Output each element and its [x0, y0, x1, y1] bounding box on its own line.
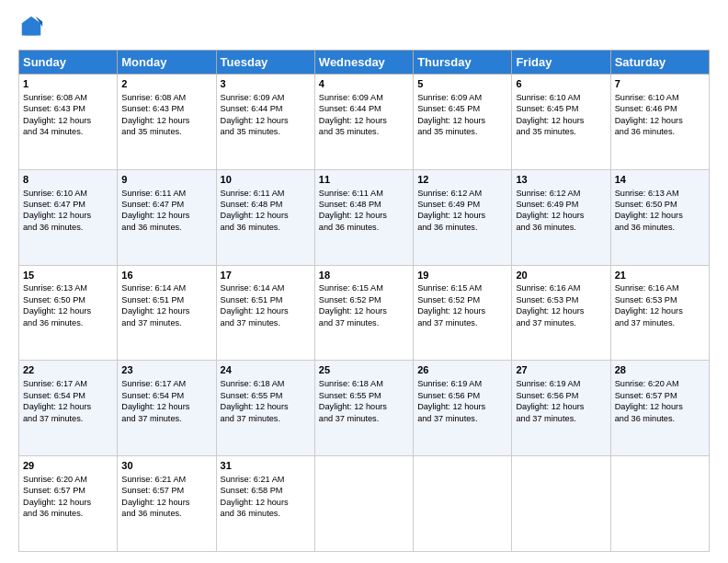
- day-number: 7: [615, 77, 705, 91]
- day-header-tuesday: Tuesday: [216, 51, 314, 75]
- day-header-saturday: Saturday: [610, 51, 709, 75]
- day-number: 31: [221, 459, 311, 473]
- day-number: 30: [121, 459, 211, 473]
- calendar-header-row: SundayMondayTuesdayWednesdayThursdayFrid…: [19, 51, 710, 75]
- calendar-cell: 11Sunrise: 6:11 AMSunset: 6:48 PMDayligh…: [314, 169, 413, 265]
- day-number: 22: [23, 363, 113, 377]
- calendar-cell: 25Sunrise: 6:18 AMSunset: 6:55 PMDayligh…: [314, 361, 413, 456]
- calendar-cell: 15Sunrise: 6:13 AMSunset: 6:50 PMDayligh…: [19, 265, 118, 361]
- day-header-friday: Friday: [512, 51, 610, 75]
- day-number: 26: [417, 363, 507, 377]
- day-number: 27: [516, 363, 606, 377]
- svg-rect-2: [25, 27, 37, 35]
- logo-icon: [18, 15, 44, 40]
- day-number: 1: [23, 77, 113, 91]
- calendar-cell: [414, 456, 512, 552]
- calendar-cell: 16Sunrise: 6:14 AMSunset: 6:51 PMDayligh…: [118, 265, 216, 361]
- page: SundayMondayTuesdayWednesdayThursdayFrid…: [0, 0, 728, 563]
- calendar-cell: 21Sunrise: 6:16 AMSunset: 6:53 PMDayligh…: [610, 265, 709, 361]
- day-number: 20: [516, 269, 606, 282]
- day-header-wednesday: Wednesday: [314, 51, 413, 75]
- calendar-cell: [610, 456, 709, 552]
- calendar-cell: 31Sunrise: 6:21 AMSunset: 6:58 PMDayligh…: [216, 456, 314, 552]
- calendar-cell: 9Sunrise: 6:11 AMSunset: 6:47 PMDaylight…: [118, 169, 216, 265]
- calendar-week-4: 22Sunrise: 6:17 AMSunset: 6:54 PMDayligh…: [19, 361, 710, 456]
- day-number: 16: [121, 269, 211, 282]
- day-number: 6: [516, 77, 606, 91]
- day-number: 11: [319, 173, 409, 187]
- calendar-cell: 28Sunrise: 6:20 AMSunset: 6:57 PMDayligh…: [610, 361, 709, 456]
- day-number: 21: [615, 269, 705, 282]
- calendar-week-1: 1Sunrise: 6:08 AMSunset: 6:43 PMDaylight…: [19, 75, 710, 170]
- day-number: 10: [221, 173, 311, 187]
- calendar-cell: 10Sunrise: 6:11 AMSunset: 6:48 PMDayligh…: [216, 169, 314, 265]
- header: [18, 15, 710, 40]
- day-number: 3: [221, 77, 311, 91]
- day-header-thursday: Thursday: [414, 51, 512, 75]
- day-number: 14: [615, 173, 705, 187]
- calendar-week-2: 8Sunrise: 6:10 AMSunset: 6:47 PMDaylight…: [19, 169, 710, 265]
- calendar-cell: [512, 456, 610, 552]
- calendar-cell: 22Sunrise: 6:17 AMSunset: 6:54 PMDayligh…: [19, 361, 118, 456]
- calendar-cell: 5Sunrise: 6:09 AMSunset: 6:45 PMDaylight…: [414, 75, 512, 170]
- calendar-cell: 1Sunrise: 6:08 AMSunset: 6:43 PMDaylight…: [19, 75, 118, 170]
- calendar-cell: [314, 456, 413, 552]
- calendar-cell: 8Sunrise: 6:10 AMSunset: 6:47 PMDaylight…: [19, 169, 118, 265]
- calendar-cell: 19Sunrise: 6:15 AMSunset: 6:52 PMDayligh…: [414, 265, 512, 361]
- calendar-cell: 30Sunrise: 6:21 AMSunset: 6:57 PMDayligh…: [118, 456, 216, 552]
- day-number: 29: [23, 459, 113, 473]
- day-number: 8: [23, 173, 113, 187]
- calendar-cell: 23Sunrise: 6:17 AMSunset: 6:54 PMDayligh…: [118, 361, 216, 456]
- day-number: 17: [221, 269, 311, 282]
- day-number: 23: [121, 363, 211, 377]
- day-number: 28: [615, 363, 705, 377]
- calendar-cell: 18Sunrise: 6:15 AMSunset: 6:52 PMDayligh…: [314, 265, 413, 361]
- day-number: 18: [319, 269, 409, 282]
- day-number: 4: [319, 77, 409, 91]
- calendar-cell: 27Sunrise: 6:19 AMSunset: 6:56 PMDayligh…: [512, 361, 610, 456]
- calendar-cell: 6Sunrise: 6:10 AMSunset: 6:45 PMDaylight…: [512, 75, 610, 170]
- day-number: 9: [121, 173, 211, 187]
- day-header-sunday: Sunday: [19, 51, 118, 75]
- day-number: 12: [417, 173, 507, 187]
- calendar-cell: 17Sunrise: 6:14 AMSunset: 6:51 PMDayligh…: [216, 265, 314, 361]
- day-number: 2: [121, 77, 211, 91]
- logo: [18, 15, 48, 40]
- calendar-cell: 2Sunrise: 6:08 AMSunset: 6:43 PMDaylight…: [118, 75, 216, 170]
- calendar-cell: 14Sunrise: 6:13 AMSunset: 6:50 PMDayligh…: [610, 169, 709, 265]
- calendar-table: SundayMondayTuesdayWednesdayThursdayFrid…: [18, 50, 710, 552]
- day-number: 15: [23, 269, 113, 282]
- calendar-cell: 12Sunrise: 6:12 AMSunset: 6:49 PMDayligh…: [414, 169, 512, 265]
- calendar-cell: 29Sunrise: 6:20 AMSunset: 6:57 PMDayligh…: [19, 456, 118, 552]
- calendar-cell: 26Sunrise: 6:19 AMSunset: 6:56 PMDayligh…: [414, 361, 512, 456]
- day-number: 24: [221, 363, 311, 377]
- day-number: 25: [319, 363, 409, 377]
- calendar-cell: 7Sunrise: 6:10 AMSunset: 6:46 PMDaylight…: [610, 75, 709, 170]
- day-number: 13: [516, 173, 606, 187]
- day-number: 19: [417, 269, 507, 282]
- calendar-cell: 20Sunrise: 6:16 AMSunset: 6:53 PMDayligh…: [512, 265, 610, 361]
- day-number: 5: [417, 77, 507, 91]
- calendar-cell: 24Sunrise: 6:18 AMSunset: 6:55 PMDayligh…: [216, 361, 314, 456]
- calendar-cell: 4Sunrise: 6:09 AMSunset: 6:44 PMDaylight…: [314, 75, 413, 170]
- calendar-week-3: 15Sunrise: 6:13 AMSunset: 6:50 PMDayligh…: [19, 265, 710, 361]
- calendar-week-5: 29Sunrise: 6:20 AMSunset: 6:57 PMDayligh…: [19, 456, 710, 552]
- calendar-cell: 3Sunrise: 6:09 AMSunset: 6:44 PMDaylight…: [216, 75, 314, 170]
- day-header-monday: Monday: [118, 51, 216, 75]
- calendar-cell: 13Sunrise: 6:12 AMSunset: 6:49 PMDayligh…: [512, 169, 610, 265]
